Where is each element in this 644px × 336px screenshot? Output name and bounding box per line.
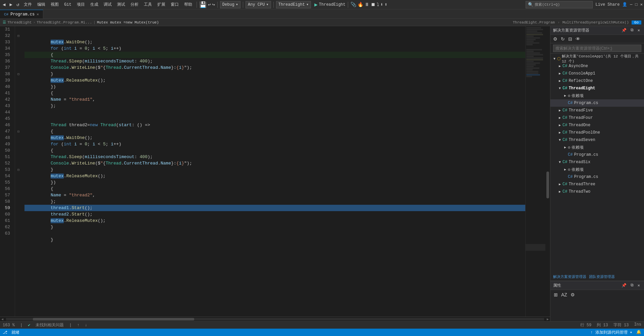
save-icon[interactable]: 💾 bbox=[199, 1, 207, 8]
edit-menu[interactable]: 编辑 bbox=[35, 2, 47, 7]
fold-icon-32[interactable]: ⊟ bbox=[17, 34, 19, 38]
window-minimize[interactable]: ─ bbox=[630, 2, 632, 7]
tab-close-btn[interactable]: ✕ bbox=[37, 12, 39, 16]
expand-icon[interactable]: ▶ bbox=[557, 108, 562, 112]
prop-float-btn[interactable]: ⧉ bbox=[629, 283, 635, 288]
debug-menu[interactable]: 调试 bbox=[102, 2, 114, 7]
expand-icon[interactable]: ▶ bbox=[557, 116, 562, 120]
debug-config-dropdown[interactable]: Debug ▾ bbox=[220, 1, 240, 8]
redo-icon[interactable]: ↪ bbox=[212, 2, 215, 7]
tree-item-threadeight[interactable]: ▼ C# ThreadEight bbox=[550, 85, 644, 92]
gutter-row[interactable]: ⊟ bbox=[15, 33, 22, 39]
breadcrumb-class[interactable]: ThreadEight.Program.Mi... bbox=[37, 20, 92, 25]
expand-icon[interactable]: ▶ bbox=[557, 190, 562, 194]
tree-item-ref1[interactable]: ▶ ⚙ 依赖项 bbox=[550, 92, 644, 99]
expand-icon[interactable]: ▶ bbox=[557, 71, 562, 76]
expand-icon[interactable]: ▶ bbox=[557, 123, 562, 127]
gutter-row[interactable]: ⊟ bbox=[15, 71, 22, 77]
test-menu[interactable]: 测试 bbox=[115, 2, 127, 7]
user-icon[interactable]: 👤 bbox=[622, 2, 627, 7]
cpu-dropdown[interactable]: Any CPU ▾ bbox=[246, 1, 271, 8]
panel-close-btn[interactable]: ✕ bbox=[636, 28, 641, 33]
code-line-62[interactable]: } bbox=[24, 224, 525, 230]
tools-menu[interactable]: 工具 bbox=[142, 2, 154, 7]
tree-solution-root[interactable]: ▼ ⬡ 解决方案'ConsoleApp1'(共 12 个项目，共 12 个) bbox=[550, 55, 644, 62]
code-content-area[interactable]: mutex.WaitOne(); for (int i = 0; i < 5; … bbox=[22, 26, 525, 317]
solution-tool-refresh[interactable]: ↻ bbox=[559, 36, 566, 42]
expand-icon[interactable]: ▶ bbox=[557, 182, 562, 186]
tree-item-program-seven[interactable]: C# Program.cs bbox=[550, 151, 644, 158]
window-close[interactable]: ✕ bbox=[640, 2, 643, 7]
step-over-icon[interactable]: ⤵ bbox=[377, 2, 379, 7]
project-menu[interactable]: 项目 bbox=[75, 2, 87, 7]
vertical-scrollbar[interactable] bbox=[545, 26, 550, 317]
tree-item-threadtwo[interactable]: ▶ C# ThreadTwo bbox=[550, 188, 644, 195]
tree-item-reflectone[interactable]: ▶ C# ReflectOne bbox=[550, 77, 644, 85]
view-menu[interactable]: 视图 bbox=[49, 2, 61, 7]
expand-icon[interactable]: ▶ bbox=[557, 131, 562, 135]
team-explorer-link[interactable]: 团队资源管理器 bbox=[589, 274, 615, 279]
tree-item-consoleapp1[interactable]: ▶ C# ConsoleApp1 bbox=[550, 70, 644, 77]
breadcrumb-method[interactable]: MultiThreadSynergicWithMutex() bbox=[562, 20, 629, 25]
build-menu[interactable]: 生成 bbox=[88, 2, 100, 7]
breadcrumb-thread[interactable]: ThreadEight bbox=[7, 20, 32, 25]
code-line-63[interactable] bbox=[24, 230, 525, 237]
prop-alpha-btn[interactable]: AZ bbox=[560, 291, 569, 298]
h-scroll-left-btn[interactable]: ◀ bbox=[0, 317, 5, 321]
expand-icon[interactable]: ▼ bbox=[557, 138, 562, 142]
go-button[interactable]: Go bbox=[632, 20, 641, 25]
step-into-icon[interactable]: ⬇ bbox=[380, 2, 383, 7]
refresh-icon[interactable]: ↺ bbox=[15, 1, 20, 8]
solution-tool-show-all[interactable]: 👁 bbox=[574, 36, 582, 42]
file-menu[interactable]: 文件 bbox=[22, 2, 34, 7]
forward-icon[interactable]: ▶ bbox=[8, 1, 13, 8]
code-line-31[interactable]: mutex.WaitOne(); bbox=[24, 26, 525, 33]
live-share-btn[interactable]: Live Share bbox=[595, 2, 620, 7]
solution-tool-collapse[interactable]: ⊟ bbox=[567, 36, 574, 42]
expand-icon[interactable]: ▶ bbox=[557, 79, 562, 83]
solution-search-input[interactable] bbox=[553, 45, 641, 52]
prop-category-btn[interactable]: ⊞ bbox=[552, 291, 559, 298]
step-out-icon[interactable]: ⬆ bbox=[384, 2, 387, 7]
tree-item-threadfive[interactable]: ▶ C# ThreadFive bbox=[550, 107, 644, 114]
tree-item-ref3[interactable]: ▶ ⚙ 依赖项 bbox=[550, 166, 644, 173]
horizontal-scrollbar[interactable]: ◀ ▶ bbox=[0, 317, 550, 321]
solution-mgr-link[interactable]: 解决方案资源管理器 bbox=[553, 274, 586, 279]
scroll-thumb[interactable] bbox=[546, 172, 549, 198]
stop-icon[interactable]: ⏹ bbox=[371, 2, 375, 7]
panel-pin-btn[interactable]: 📌 bbox=[620, 28, 628, 33]
run-button[interactable]: ▶ bbox=[314, 1, 318, 8]
no-issues-text[interactable]: 未找到相关问题 bbox=[36, 322, 64, 328]
gutter-row[interactable]: ⊟ bbox=[15, 166, 22, 173]
tree-item-threadfour[interactable]: ▶ C# ThreadFour bbox=[550, 114, 644, 122]
tree-item-program-cs-selected[interactable]: C# Program.cs bbox=[550, 99, 644, 107]
hot-reload-icon[interactable]: 🔥 bbox=[358, 2, 363, 7]
breadcrumb-namespace[interactable]: ThreadEight.Program bbox=[513, 20, 555, 25]
git-menu[interactable]: Git bbox=[62, 2, 73, 7]
tree-item-threadsix[interactable]: ▼ C# ThreadSix bbox=[550, 158, 644, 166]
expand-icon[interactable]: ▶ bbox=[557, 64, 562, 68]
gutter-row[interactable]: ⊟ bbox=[15, 128, 22, 135]
h-scroll-right-btn[interactable]: ▶ bbox=[545, 317, 550, 321]
window-maximize[interactable]: □ bbox=[635, 2, 638, 7]
extend-menu[interactable]: 扩展 bbox=[155, 2, 167, 7]
help-menu[interactable]: 帮助 bbox=[182, 2, 194, 7]
prop-settings-btn[interactable]: ⚙ bbox=[569, 291, 576, 298]
add-to-source-btn[interactable]: ↑ 添加到源代码管理 ▾ bbox=[590, 330, 632, 335]
thread-dropdown[interactable]: ThreadEight ▾ bbox=[276, 1, 311, 8]
back-icon[interactable]: ◀ bbox=[1, 1, 7, 8]
fold-icon-38[interactable]: ⊟ bbox=[17, 72, 19, 76]
h-scroll-track[interactable] bbox=[6, 318, 544, 321]
minimap[interactable] bbox=[525, 26, 545, 317]
window-menu[interactable]: 窗口 bbox=[169, 2, 181, 7]
panel-float-btn[interactable]: ⧉ bbox=[629, 28, 635, 33]
zoom-level[interactable]: 163 % bbox=[3, 323, 15, 328]
undo-icon[interactable]: ↩ bbox=[208, 2, 211, 7]
expand-icon[interactable]: ▶ bbox=[562, 167, 568, 172]
tree-item-threadseven[interactable]: ▼ C# ThreadSeven bbox=[550, 136, 644, 144]
breadcrumb-mutex[interactable]: Mutex mutex =new Mutex(true) bbox=[97, 20, 159, 25]
expand-icon[interactable]: ▼ bbox=[552, 57, 557, 61]
pause-icon[interactable]: ⏸ bbox=[365, 2, 369, 7]
tree-item-program-six[interactable]: C# Program.cs bbox=[550, 173, 644, 181]
prop-pin-btn[interactable]: 📌 bbox=[620, 283, 628, 288]
